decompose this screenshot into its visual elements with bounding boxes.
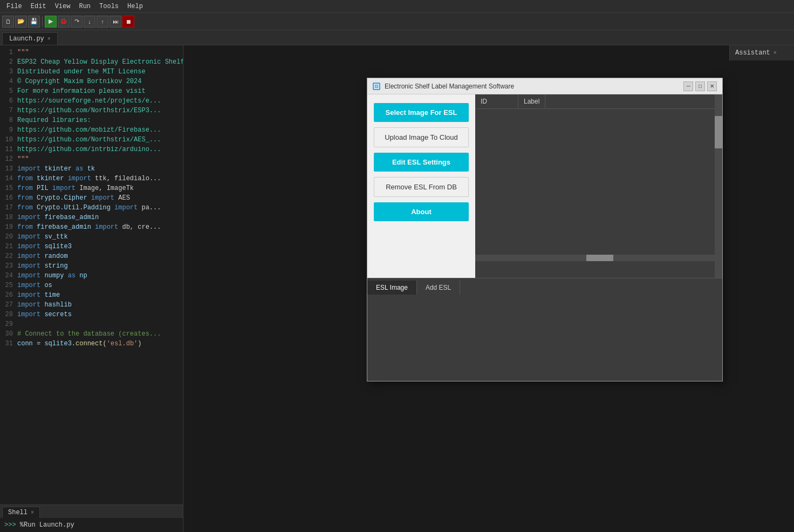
code-line-9: 9 https://github.com/mobizt/Firebase... [0,125,183,135]
right-pane: Assistant × Electronic Shelf Label Manag… [183,45,794,532]
shell-content: >>> %Run Launch.py [0,518,183,532]
code-line-4: 4 © Copyright Maxim Bortnikov 2024 [0,77,183,86]
step-out-button[interactable]: ↑ [97,16,108,28]
tab-bar: Launch.py × [0,30,794,45]
stop-button[interactable]: ⏹ [122,16,134,28]
code-line-14: 14 from tkinter import ttk, filedialo... [0,174,183,183]
save-file-button[interactable]: 💾 [28,16,40,28]
open-file-button[interactable]: 📂 [15,16,27,28]
esl-window-controls: ─ □ ✕ [683,81,717,91]
code-line-16: 16 from Crypto.Cipher import AES [0,193,183,203]
code-line-13: 13 import tkinter as tk [0,164,183,174]
shell-tab-bar: Shell × [0,505,183,518]
edit-settings-button[interactable]: Edit ESL Settings [374,153,469,172]
code-line-3: 3 Distributed under the MIT License [0,67,183,77]
esl-body: Select Image For ESL Upload Image To Clo… [367,94,722,278]
code-line-25: 25 import os [0,281,183,290]
code-line-27: 27 import hashlib [0,300,183,310]
menu-tools[interactable]: Tools [95,2,123,11]
code-line-15: 15 from PIL import Image, ImageTk [0,183,183,193]
esl-image-tab[interactable]: ESL Image [367,281,417,295]
editor-pane: 1 """ 2 ESP32 Cheap Yellow Display Elect… [0,45,183,532]
code-line-26: 26 import time [0,290,183,300]
code-line-8: 8 Required libraries: [0,115,183,125]
esl-minimize-button[interactable]: ─ [683,81,693,91]
code-line-11: 11 https://github.com/intrbiz/arduino... [0,145,183,154]
shell-tab[interactable]: Shell × [2,507,40,518]
esl-bottom-tabs: ESL Image Add ESL [367,278,722,295]
code-line-22: 22 import random [0,251,183,261]
editor-tab[interactable]: Launch.py × [2,32,58,45]
step-into-button[interactable]: ↓ [84,16,95,28]
esl-column-label: Label [518,94,545,108]
code-line-31: 31 conn = sqlite3.connect('esl.db') [0,339,183,349]
add-esl-tab[interactable]: Add ESL [417,281,460,295]
menu-run[interactable]: Run [74,2,95,11]
esl-table-header: ID Label [475,94,722,109]
esl-vertical-scrollbar[interactable] [715,94,722,278]
code-line-29: 29 [0,319,183,329]
code-line-19: 19 from firebase_admin import db, cre... [0,222,183,232]
shell-prompt: >>> [4,521,16,529]
upload-image-button[interactable]: Upload Image To Cloud [374,127,469,147]
esl-hscroll-thumb[interactable] [586,255,613,261]
resume-button[interactable]: ⏭ [109,16,121,28]
esl-window-title: Electronic Shelf Label Management Softwa… [385,83,679,90]
new-file-button[interactable]: 🗋 [2,16,14,28]
code-line-20: 20 import sv_ttk [0,232,183,242]
esl-horizontal-scrollbar[interactable] [475,255,722,261]
code-line-21: 21 import sqlite3 [0,242,183,251]
code-line-23: 23 import string [0,261,183,271]
esl-table-header-scroll-spacer [545,94,553,108]
code-line-30: 30 # Connect to the database (creates... [0,329,183,339]
toolbar: 🗋 📂 💾 ▶ 🐞 ↷ ↓ ↑ ⏭ ⏹ [0,13,794,30]
esl-app-icon [373,83,380,90]
menu-help[interactable]: Help [123,2,147,11]
shell-tab-label: Shell [8,509,28,516]
step-over-button[interactable]: ↷ [71,16,83,28]
esl-scrollbar-thumb[interactable] [715,116,722,148]
main-area: 1 """ 2 ESP32 Cheap Yellow Display Elect… [0,45,794,532]
esl-titlebar: Electronic Shelf Label Management Softwa… [367,78,722,94]
toolbar-separator-1 [42,16,43,27]
code-line-6: 6 https://sourceforge.net/projects/e... [0,96,183,106]
editor-tab-close[interactable]: × [47,36,51,42]
esl-column-id: ID [475,94,518,108]
code-line-7: 7 https://github.com/Northstrix/ESP3... [0,106,183,115]
shell-tab-close[interactable]: × [31,510,34,516]
code-line-10: 10 https://github.com/Northstrix/AES_... [0,135,183,145]
esl-bottom-content-area [367,295,722,381]
esl-maximize-button[interactable]: □ [695,81,705,91]
esl-close-button[interactable]: ✕ [707,81,717,91]
shell-command: %Run Launch.py [20,521,74,529]
assistant-tab-close[interactable]: × [774,50,777,56]
esl-table-panel: ID Label [475,94,722,278]
menu-view[interactable]: View [51,2,75,11]
esl-bottom-panel: ESL Image Add ESL [367,278,722,381]
menu-edit[interactable]: Edit [26,2,51,11]
code-line-17: 17 from Crypto.Util.Padding import pa... [0,203,183,213]
code-line-5: 5 For more information please visit [0,86,183,96]
code-line-28: 28 import secrets [0,310,183,319]
code-line-1: 1 """ [0,47,183,57]
esl-window: Electronic Shelf Label Management Softwa… [367,78,723,381]
esl-buttons-panel: Select Image For ESL Upload Image To Clo… [367,94,475,278]
about-button[interactable]: About [374,202,469,221]
esl-table-rows[interactable] [475,109,722,255]
code-area: 1 """ 2 ESP32 Cheap Yellow Display Elect… [0,45,183,504]
editor-tab-label: Launch.py [9,35,44,43]
menu-file[interactable]: File [2,2,26,11]
svg-rect-0 [374,84,379,88]
menu-bar: File Edit View Run Tools Help [0,0,794,13]
assistant-tab[interactable]: Assistant × [729,45,794,60]
code-line-2: 2 ESP32 Cheap Yellow Display Electronic … [0,57,183,67]
remove-esl-button[interactable]: Remove ESL From DB [374,177,469,197]
code-line-24: 24 import numpy as np [0,271,183,281]
debug-button[interactable]: 🐞 [58,16,70,28]
shell-container: Shell × >>> %Run Launch.py [0,504,183,532]
select-image-button[interactable]: Select Image For ESL [374,103,469,122]
code-line-12: 12 """ [0,154,183,164]
code-line-18: 18 import firebase_admin [0,213,183,222]
assistant-tab-label: Assistant [735,49,770,57]
run-button[interactable]: ▶ [45,16,57,28]
